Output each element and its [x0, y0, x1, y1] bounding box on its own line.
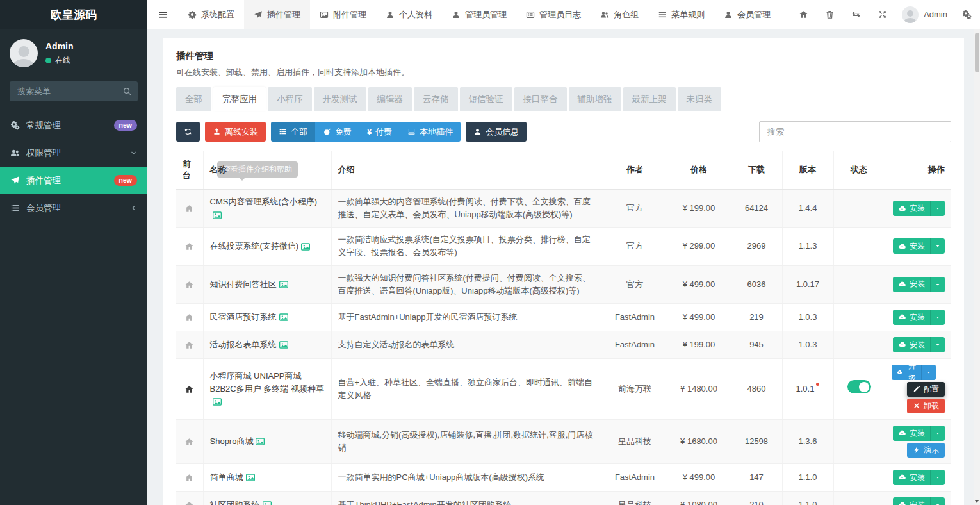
- tab-api[interactable]: 接口整合: [514, 87, 567, 111]
- image-icon[interactable]: [212, 397, 222, 407]
- filter-all-button[interactable]: 全部: [271, 122, 315, 142]
- home-button[interactable]: [790, 0, 817, 29]
- language-button[interactable]: [843, 0, 869, 29]
- install-dropdown-caret[interactable]: [930, 201, 945, 216]
- filter-paid-button[interactable]: ¥付费: [359, 122, 400, 142]
- install-dropdown-caret[interactable]: [930, 310, 945, 325]
- tab-newest[interactable]: 最新上架: [623, 87, 676, 111]
- install-button[interactable]: 安装: [893, 470, 945, 485]
- plugin-name[interactable]: 社区团购系统: [210, 500, 260, 505]
- plugin-name[interactable]: 知识付费问答社区: [210, 279, 277, 289]
- tab-sms[interactable]: 短信验证: [460, 87, 512, 111]
- member-info-button[interactable]: 会员信息: [466, 122, 527, 142]
- nav-item-profile[interactable]: 个人资料: [376, 0, 442, 29]
- install-button[interactable]: 安装: [893, 497, 945, 505]
- image-icon[interactable]: [279, 279, 289, 290]
- nav-item-role-group[interactable]: 角色组: [591, 0, 648, 29]
- navbar-user-menu[interactable]: Admin: [895, 0, 954, 29]
- upgrade-button[interactable]: 升级: [892, 365, 936, 380]
- plugin-status: [833, 228, 885, 265]
- tab-enhance[interactable]: 辅助增强: [569, 87, 621, 111]
- install-button[interactable]: 安装: [893, 426, 945, 441]
- demo-button[interactable]: 演示: [907, 443, 945, 458]
- nav-item-admin-manage[interactable]: 管理员管理: [442, 0, 516, 29]
- plugin-intro: 一款简洁响应式投票系统(自定义投票项目、投票分类、排行榜、自定义字段、投票报名、…: [331, 228, 603, 265]
- plugin-name[interactable]: 民宿酒店预订系统: [210, 312, 277, 322]
- plugin-price: ¥ 1680.00: [667, 419, 731, 463]
- home-icon[interactable]: [184, 385, 194, 394]
- plugin-name[interactable]: Shopro商城: [210, 436, 254, 446]
- config-button[interactable]: 配置: [907, 382, 945, 397]
- uninstall-button[interactable]: 卸载: [907, 399, 945, 413]
- install-button[interactable]: 安装: [893, 337, 945, 352]
- nav-item-attachment[interactable]: 附件管理: [310, 0, 376, 29]
- install-dropdown-caret[interactable]: [930, 337, 945, 352]
- install-dropdown-caret[interactable]: [930, 277, 945, 292]
- filter-local-button[interactable]: 本地插件: [400, 122, 461, 142]
- image-icon[interactable]: [262, 500, 272, 505]
- scrollbar-down-arrow[interactable]: [975, 500, 979, 503]
- user-avatar[interactable]: [10, 39, 38, 67]
- plugin-version: 1.0.3: [782, 331, 833, 358]
- plugin-name[interactable]: CMS内容管理系统(含小程序): [210, 197, 318, 206]
- tab-dev-test[interactable]: 开发测试: [314, 87, 366, 111]
- nav-item-admin-log[interactable]: 管理员日志: [516, 0, 591, 29]
- enable-toggle[interactable]: [847, 380, 871, 393]
- plugin-downloads: 219: [731, 303, 782, 331]
- install-label: 安装: [910, 278, 925, 290]
- install-dropdown-caret[interactable]: [930, 497, 945, 505]
- nav-item-member-manage[interactable]: 会员管理: [714, 0, 780, 29]
- plugin-version: 1.1.0: [782, 491, 833, 505]
- sidebar-item-auth[interactable]: 权限管理: [0, 139, 147, 167]
- sidebar-item-member[interactable]: 会员管理: [0, 194, 147, 222]
- refresh-button[interactable]: [176, 122, 200, 142]
- image-icon[interactable]: [279, 340, 289, 350]
- offline-install-button[interactable]: 离线安装: [205, 122, 266, 142]
- nav-item-menu-rule[interactable]: 菜单规则: [648, 0, 714, 29]
- plugin-downloads: 6036: [731, 265, 782, 303]
- scrollbar-thumb[interactable]: [975, 33, 979, 72]
- gears-icon: [962, 10, 972, 19]
- plugin-name[interactable]: 小程序商城 UNIAPP商城 B2B2C多用户 多终端 视频种草: [210, 371, 324, 393]
- tab-all[interactable]: 全部: [176, 87, 211, 111]
- install-label: 安装: [910, 427, 925, 440]
- tab-miniprogram[interactable]: 小程序: [268, 87, 312, 111]
- install-dropdown-caret[interactable]: [930, 426, 945, 441]
- install-button[interactable]: 安装: [893, 310, 945, 325]
- nav-item-addon-manage[interactable]: 插件管理: [244, 0, 310, 29]
- image-icon[interactable]: [212, 210, 222, 220]
- search-icon[interactable]: [122, 87, 132, 96]
- gears-icon: [10, 120, 20, 130]
- sidebar-search-input[interactable]: [10, 81, 138, 101]
- tab-editor[interactable]: 编辑器: [368, 87, 412, 111]
- nav-item-system-config[interactable]: 系统配置: [178, 0, 244, 29]
- install-dropdown-caret[interactable]: [930, 238, 945, 254]
- hamburger-menu-icon[interactable]: [147, 0, 178, 29]
- tab-complete-app[interactable]: 完整应用: [213, 87, 266, 111]
- install-button[interactable]: 安装: [893, 277, 945, 292]
- clear-cache-button[interactable]: [817, 0, 843, 29]
- image-icon[interactable]: [245, 472, 256, 483]
- fullscreen-button[interactable]: [869, 0, 895, 29]
- plugin-name[interactable]: 简单商城: [210, 472, 243, 482]
- install-button[interactable]: 安装: [893, 238, 945, 254]
- image-icon[interactable]: [300, 242, 311, 252]
- image-icon[interactable]: [279, 312, 289, 322]
- filter-label: 付费: [375, 126, 392, 138]
- install-dropdown-caret[interactable]: [930, 470, 945, 485]
- tab-cloud-storage[interactable]: 云存储: [414, 87, 458, 111]
- settings-button[interactable]: [954, 0, 980, 29]
- scrollbar[interactable]: [974, 29, 980, 505]
- plugin-name[interactable]: 在线投票系统(支持微信): [210, 241, 299, 251]
- sidebar-item-general[interactable]: 常规管理 new: [0, 112, 147, 139]
- plugin-name[interactable]: 活动报名表单系统: [210, 340, 277, 349]
- plugin-search-input[interactable]: [759, 121, 951, 142]
- image-icon[interactable]: [255, 436, 265, 447]
- upgrade-dropdown-caret[interactable]: [921, 365, 936, 380]
- sidebar-item-addon[interactable]: 插件管理 new: [0, 167, 147, 194]
- tab-uncategorized[interactable]: 未归类: [678, 87, 722, 111]
- install-button[interactable]: 安装: [893, 201, 945, 216]
- plugin-version: 1.0.17: [782, 265, 833, 303]
- filter-free-button[interactable]: 免费: [315, 122, 359, 142]
- new-badge: new: [114, 120, 137, 131]
